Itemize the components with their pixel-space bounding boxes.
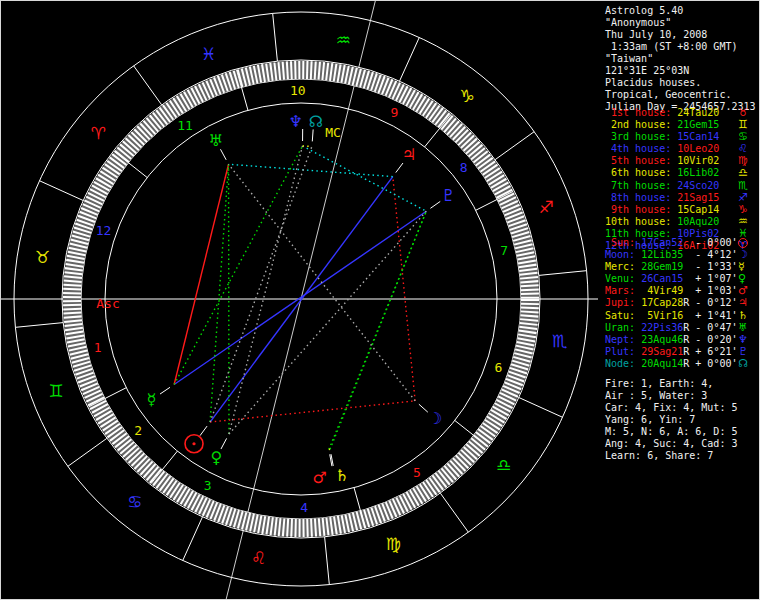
planet-pointer-moon <box>419 404 428 412</box>
astrolog-window: ♈♉♊♋♌♍♎♏♐♑♒♓123456789101112☽☿♀♂♃♄♅♆♇☊Asc… <box>0 0 760 600</box>
aspect-line-sun-node <box>210 146 312 422</box>
house-row-5: 5th house: 10Vir02♍ <box>605 155 719 167</box>
axis-label-mc: MC <box>325 125 341 140</box>
zodiac-glyph-icon: ♉ <box>35 247 50 267</box>
sign-glyph-icon: ♏ <box>738 180 748 192</box>
planet-glyph-mars: ♂ <box>313 468 327 487</box>
house-row-6: 6th house: 16Lib02♎ <box>605 167 719 179</box>
zodiac-glyph-icon: ♊ <box>48 381 63 401</box>
planet-row-Mars: Mars: 4Vir49 + 1°03'♂ <box>605 285 737 297</box>
chart-header: Astrolog 5.40"Anonymous"Thu July 10, 200… <box>605 5 756 113</box>
house-number-6: 6 <box>495 360 503 375</box>
house-row-8: 8th house: 21Sag15♐ <box>605 192 719 204</box>
planet-glyph-icon: ♆ <box>738 334 748 346</box>
stats-line-5: Ang: 4, Suc: 4, Cad: 3 <box>605 438 737 450</box>
planet-pointer-node <box>312 129 313 141</box>
zodiac-glyph-icon: ♑ <box>459 86 474 106</box>
house-number-7: 7 <box>500 243 508 258</box>
planet-row-Sun: Sun: 17Can52 - 0°00' <box>605 237 737 249</box>
planet-row-Merc: Merc: 28Gem19 - 1°33'☿ <box>605 261 737 273</box>
sign-glyph-icon: ♑ <box>738 204 748 216</box>
axis-label-asc: Asc <box>96 296 119 311</box>
sign-boundary-line <box>183 517 203 561</box>
planet-row-Node: Node: 20Aqu14R + 0°00'☊ <box>605 358 737 370</box>
aspect-line-venus-pluto <box>229 211 426 434</box>
planet-row-Plut: Plut: 29Sag21R + 6°21'♇ <box>605 346 737 358</box>
zodiac-glyph-icon: ♌ <box>251 548 266 568</box>
zodiac-glyph-icon: ♒ <box>336 30 351 50</box>
house-number-3: 3 <box>204 478 212 493</box>
planet-pointer-uranus <box>220 149 226 160</box>
stats-line-1: Air : 5, Water: 3 <box>605 390 737 402</box>
planet-glyph-node: ☊ <box>309 112 323 131</box>
stats-line-4: M: 5, N: 6, A: 6, D: 5 <box>605 426 737 438</box>
aspect-line-saturn-pluto <box>330 211 426 449</box>
sign-boundary-line <box>273 13 278 61</box>
element-stats: Fire: 1, Earth: 4,Air : 5, Water: 3Car: … <box>605 378 737 462</box>
sign-boundary-line <box>325 537 330 585</box>
header-line-7: Tropical, Geocentric. <box>605 89 756 101</box>
house-cusp-table: 1st house: 24Tau20♉ 2nd house: 21Gem15♊ … <box>605 107 719 252</box>
house-number-11: 11 <box>177 118 193 133</box>
planet-row-Nept: Nept: 23Aqu46R - 0°20'♆ <box>605 334 737 346</box>
planet-glyph-icon: ☊ <box>738 358 748 370</box>
house-number-5: 5 <box>413 465 421 480</box>
house-number-9: 9 <box>390 105 398 120</box>
aspect-line-mercury-uranus <box>174 164 228 384</box>
chart-wheel: ♈♉♊♋♌♍♎♏♐♑♒♓123456789101112☽☿♀♂♃♄♅♆♇☊Asc… <box>1 1 599 599</box>
planet-glyph-moon: ☽ <box>428 409 442 428</box>
info-panel: Astrolog 5.40"Anonymous"Thu July 10, 200… <box>603 1 759 599</box>
planet-glyph-mercury: ☿ <box>147 390 157 409</box>
aspect-line-moon-uranus <box>229 164 416 401</box>
house-row-1: 1st house: 24Tau20♉ <box>605 107 719 119</box>
house-number-1: 1 <box>94 340 102 355</box>
planet-row-Jupi: Jupi: 17Cap28R - 0°12'♃ <box>605 297 737 309</box>
house-row-2: 2nd house: 21Gem15♊ <box>605 119 719 131</box>
sign-boundary-line <box>440 493 468 532</box>
house-row-4: 4th house: 10Leo20♌ <box>605 143 719 155</box>
sign-boundary-line <box>539 271 587 276</box>
planet-glyph-sun-dot <box>192 442 195 445</box>
planet-glyph-icon: ♅ <box>738 322 748 334</box>
house-row-10: 10th house: 10Aqu20♒ <box>605 216 719 228</box>
aspect-line-moon-jupiter <box>393 177 415 401</box>
house-row-3: 3rd house: 15Can14♋ <box>605 131 719 143</box>
house-number-12: 12 <box>96 223 112 238</box>
planet-glyph-icon: ♄ <box>738 310 748 322</box>
planet-row-Moon: Moon: 12Lib35 - 4°12'☽ <box>605 249 737 261</box>
zodiac-glyph-icon: ♓ <box>201 44 216 64</box>
zodiac-glyph-icon: ♐ <box>539 197 554 217</box>
zodiac-glyph-icon: ♏ <box>552 331 567 351</box>
zodiac-glyph-icon: ♈ <box>91 123 106 143</box>
stats-line-6: Learn: 6, Share: 7 <box>605 450 737 462</box>
planet-glyph-pluto: ♇ <box>441 186 455 205</box>
planet-pointer-sun <box>200 426 207 436</box>
house-number-4: 4 <box>300 500 308 515</box>
planet-glyph-jupiter: ♃ <box>402 145 416 164</box>
header-line-3: 1:33am (ST +8:00 GMT) <box>605 41 756 53</box>
stats-line-0: Fire: 1, Earth: 4, <box>605 378 737 390</box>
planet-row-Satu: Satu: 5Vir16 + 1°41'♄ <box>605 310 737 322</box>
aspect-line-mercury-neptune <box>174 146 302 385</box>
planet-row-Uran: Uran: 22Pis36R - 0°47'♅ <box>605 322 737 334</box>
stats-line-3: Yang: 6, Yin: 7 <box>605 414 737 426</box>
sign-boundary-line <box>495 132 534 160</box>
planet-pointer-mercury <box>160 387 170 394</box>
header-line-6: Placidus houses. <box>605 77 756 89</box>
house-number-2: 2 <box>134 423 142 438</box>
house-row-9: 9th house: 15Cap14♑ <box>605 204 719 216</box>
sign-glyph-icon: ♎ <box>738 167 748 179</box>
sign-boundary-line <box>134 66 162 105</box>
planet-glyph-saturn: ♄ <box>335 466 349 485</box>
header-line-1: "Anonymous" <box>605 17 756 29</box>
header-line-4: "Taiwan" <box>605 53 756 65</box>
stats-line-2: Car: 4, Fix: 4, Mut: 5 <box>605 402 737 414</box>
house-number-8: 8 <box>460 160 468 175</box>
planet-glyph-venus: ♀ <box>210 448 222 467</box>
zodiac-glyph-icon: ♎ <box>496 455 511 475</box>
house-row-7: 7th house: 24Sco20♏ <box>605 180 719 192</box>
header-line-0: Astrolog 5.40 <box>605 5 756 17</box>
sign-boundary-line <box>68 438 107 466</box>
header-line-2: Thu July 10, 2008 <box>605 29 756 41</box>
aspect-line-venus-neptune <box>229 146 303 434</box>
